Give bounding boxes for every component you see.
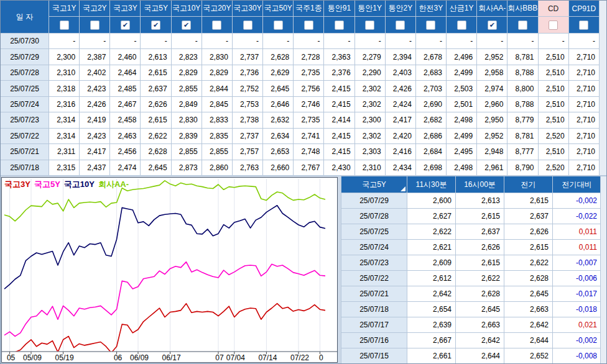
column-checkbox-12[interactable] xyxy=(426,20,435,30)
value-cell: - xyxy=(171,34,202,49)
date-cell: 25/07/25 xyxy=(341,224,407,240)
value-cell: 2,394 xyxy=(385,49,415,65)
value-cell-1130: 2,622 xyxy=(407,224,456,240)
column-header-17[interactable]: CP91D xyxy=(568,1,599,17)
column-header-8[interactable]: 국주1종 xyxy=(294,1,324,17)
value-cell: 2,710 xyxy=(568,144,599,160)
value-cell: 2,316 xyxy=(49,96,80,112)
value-cell: 2,698 xyxy=(415,160,446,176)
table-row: 25/07/282,6272,6152,637-0,022 xyxy=(341,209,601,224)
column-checkbox-7[interactable] xyxy=(274,20,283,30)
value-cell: 2,855 xyxy=(202,144,232,160)
value-cell: - xyxy=(385,34,415,49)
table-row: 25/07/162,6672,6422,644-0,002 xyxy=(341,333,601,348)
column-checkbox-2[interactable]: ✔ xyxy=(121,20,130,30)
date-cell: 25/07/24 xyxy=(341,240,407,255)
column-header-14[interactable]: 회사AA- xyxy=(477,1,507,17)
column-checkbox-9[interactable] xyxy=(335,20,344,30)
table-row: 25/07/222,3142,4232,4632,6222,8392,8352,… xyxy=(1,128,600,143)
value-cell-1600: 2,613 xyxy=(456,193,504,209)
column-checkbox-cell-6 xyxy=(232,17,262,34)
value-cell: 2,387 xyxy=(80,49,110,65)
column-checkbox-1[interactable] xyxy=(90,20,100,30)
date-cell: 25/07/21 xyxy=(1,144,49,160)
table-row: 25/07/292,6002,6132,615-0,002 xyxy=(341,193,601,209)
value-cell: 8,781 xyxy=(507,49,538,65)
vertical-scrollbar-track[interactable] xyxy=(600,176,607,364)
column-header-4[interactable]: 국고10Y xyxy=(171,1,202,17)
column-checkbox-3[interactable]: ✔ xyxy=(151,20,160,30)
table-row: 25/07/252,6222,6372,6260,011 xyxy=(341,224,601,240)
column-checkbox-6[interactable] xyxy=(243,20,253,30)
series-line-국고5Y xyxy=(4,262,325,337)
value-cell: 2,314 xyxy=(49,112,80,128)
column-checkbox-15[interactable] xyxy=(518,20,527,30)
column-header-0[interactable]: 국고1Y xyxy=(49,1,80,17)
value-cell-1130: 2,621 xyxy=(407,240,456,255)
value-cell: 2,415 xyxy=(324,144,354,160)
column-header-6[interactable]: 국고30Y xyxy=(232,1,262,17)
value-cell: 2,710 xyxy=(568,81,599,96)
value-cell-1600: 2,615 xyxy=(456,209,504,224)
value-cell: 2,683 xyxy=(415,65,446,80)
value-cell-prev: 2,637 xyxy=(504,209,553,224)
column-header-11[interactable]: 통안2Y xyxy=(385,1,415,17)
column-header-12[interactable]: 한전3Y xyxy=(415,1,446,17)
column-header-2[interactable]: 국고3Y xyxy=(110,1,141,17)
column-checkbox-4[interactable]: ✔ xyxy=(182,20,191,30)
value-cell: 2,302 xyxy=(354,128,385,143)
detail-series-selector[interactable]: 국고5Y xyxy=(341,176,407,193)
value-cell: 2,415 xyxy=(324,81,354,96)
column-header-16[interactable]: CD xyxy=(538,1,568,17)
value-cell: 2,615 xyxy=(141,65,171,80)
column-checkbox-11[interactable] xyxy=(396,20,405,30)
value-cell: 2,855 xyxy=(171,144,202,160)
value-cell: 2,703 xyxy=(415,81,446,96)
value-cell-prev: 2,642 xyxy=(504,317,553,333)
detail-column-header-1: 11시30분 xyxy=(407,176,456,193)
date-cell: 25/07/29 xyxy=(1,49,49,65)
value-cell: 8,800 xyxy=(507,81,538,96)
column-header-9[interactable]: 통안91 xyxy=(324,1,354,17)
column-header-13[interactable]: 산금1Y xyxy=(447,1,477,17)
column-checkbox-cell-8 xyxy=(294,17,324,34)
column-checkbox-cell-9 xyxy=(324,17,354,34)
value-cell: 2,737 xyxy=(232,49,262,65)
value-cell: 2,499 xyxy=(447,128,477,143)
column-checkbox-0[interactable] xyxy=(60,20,69,30)
value-cell: 8,790 xyxy=(507,160,538,176)
value-cell: 2,763 xyxy=(232,160,262,176)
column-header-5[interactable]: 국고20Y xyxy=(202,1,232,17)
column-checkbox-5[interactable] xyxy=(212,20,221,30)
column-header-15[interactable]: 회사BBB- xyxy=(507,1,538,17)
vertical-scrollbar-track[interactable] xyxy=(599,0,607,176)
column-checkbox-16[interactable] xyxy=(549,20,558,30)
x-tick-label: 07/14 xyxy=(258,353,277,362)
column-checkbox-cell-5 xyxy=(202,17,232,34)
change-cell: 0,011 xyxy=(553,224,601,240)
table-row: 25/07/30------------------ xyxy=(1,34,600,49)
column-header-1[interactable]: 국고2Y xyxy=(80,1,110,17)
value-cell-prev: 2,652 xyxy=(504,348,553,364)
intraday-detail-table: 국고5Y11시30분16시00분전기전기대비 25/07/292,6002,61… xyxy=(341,176,601,364)
table-row: 25/07/242,3162,4262,4672,6262,8492,8452,… xyxy=(1,96,600,112)
column-header-3[interactable]: 국고5Y xyxy=(141,1,171,17)
column-checkbox-14[interactable]: ✔ xyxy=(488,20,497,30)
legend-item-국고3Y: 국고3Y xyxy=(4,180,30,189)
value-cell: 2,829 xyxy=(202,65,232,80)
value-cell: 2,823 xyxy=(171,49,202,65)
value-cell: 2,752 xyxy=(232,81,262,96)
value-cell: - xyxy=(49,34,80,49)
value-cell: - xyxy=(202,34,232,49)
column-header-7[interactable]: 국고50Y xyxy=(263,1,294,17)
value-cell: 2,629 xyxy=(263,65,294,80)
column-header-10[interactable]: 통안1Y xyxy=(354,1,385,17)
column-checkbox-8[interactable] xyxy=(304,20,313,30)
column-checkbox-cell-17 xyxy=(568,17,599,34)
value-cell-prev: 2,615 xyxy=(504,240,553,255)
column-checkbox-10[interactable] xyxy=(365,20,374,30)
column-checkbox-17[interactable] xyxy=(579,20,588,30)
column-checkbox-13[interactable] xyxy=(457,20,466,30)
value-cell: 2,660 xyxy=(263,160,294,176)
value-cell: 2,710 xyxy=(568,49,599,65)
